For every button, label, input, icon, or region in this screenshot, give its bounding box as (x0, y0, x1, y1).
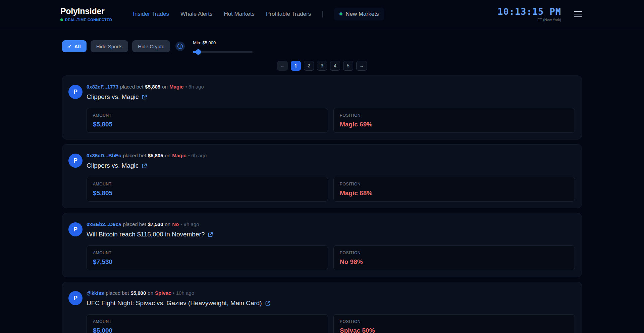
new-markets-dot-icon (339, 12, 342, 15)
nav-new-markets[interactable]: New Markets (334, 8, 384, 20)
nav-hot-markets[interactable]: Hot Markets (224, 11, 255, 17)
on-text: on (148, 290, 153, 296)
amount-box: AMOUNT $5,805 (87, 108, 328, 133)
avatar: P (68, 85, 83, 99)
trader-address-link[interactable]: 0x82eF...1773 (87, 84, 118, 90)
external-link-icon[interactable] (208, 232, 213, 237)
page-button-5[interactable]: 5 (343, 61, 353, 71)
trades-list: P 0x82eF...1773 placed bet $5,805 on Mag… (62, 75, 582, 333)
external-link-icon[interactable] (142, 94, 147, 100)
slider-thumb[interactable] (196, 49, 201, 55)
on-text: on (165, 221, 171, 227)
market-title: Will Bitcoin reach $115,000 in November? (87, 231, 205, 238)
header: PolyInsider REAL-TIME CONNECTED Insider … (0, 0, 644, 28)
trade-timestamp: • 6h ago (188, 153, 207, 158)
filter-all-button[interactable]: ✓ All (62, 40, 87, 52)
amount-label: AMOUNT (93, 113, 322, 118)
pagination: ← 1 2 3 4 5 → (62, 61, 582, 71)
on-text: on (162, 84, 168, 90)
bet-outcome-text: Magic (172, 153, 186, 158)
connection-status-label: REAL-TIME CONNECTED (65, 18, 112, 22)
placed-bet-text: placed bet (106, 290, 129, 296)
market-title: Clippers vs. Magic (87, 162, 139, 169)
page-button-1[interactable]: 1 (291, 61, 301, 71)
amount-box: AMOUNT $5,000 (87, 314, 328, 333)
trade-timestamp: • 9h ago (180, 221, 199, 227)
trade-card: P 0x36cD...BbEc placed bet $5,805 on Mag… (62, 144, 582, 208)
pagination-next-button[interactable]: → (356, 61, 367, 71)
avatar: P (68, 154, 83, 168)
clock-time: 10:13:15 PM (497, 6, 561, 17)
min-amount-slider[interactable] (193, 49, 253, 55)
amount-label: AMOUNT (93, 319, 322, 324)
bet-outcome-text: No (172, 221, 179, 227)
trade-card: P 0x82eF...1773 placed bet $5,805 on Mag… (62, 75, 582, 140)
placed-bet-text: placed bet (123, 221, 146, 227)
trader-address-link[interactable]: 0xBEb2...D9ca (87, 221, 121, 227)
page-button-4[interactable]: 4 (330, 61, 340, 71)
bet-outcome-text: Magic (169, 84, 184, 90)
trade-card: P @kkiss placed bet $5,000 on Spivac • 1… (62, 282, 582, 333)
live-dot-icon (60, 18, 63, 21)
amount-label: AMOUNT (93, 182, 322, 186)
pagination-prev-button[interactable]: ← (277, 61, 288, 71)
trade-timestamp: • 10h ago (173, 290, 194, 296)
position-box: POSITION Magic 68% (333, 177, 575, 202)
filter-hide-crypto-button[interactable]: Hide Crypto (132, 40, 170, 52)
info-icon[interactable] (175, 42, 185, 51)
app-title: PolyInsider (60, 6, 112, 16)
amount-box: AMOUNT $5,805 (87, 177, 328, 202)
amount-label: AMOUNT (93, 251, 322, 255)
slider-track[interactable] (193, 51, 253, 53)
position-box: POSITION Magic 69% (333, 108, 575, 133)
position-box: POSITION Spivac 50% (333, 314, 575, 333)
placed-bet-text: placed bet (120, 84, 143, 90)
amount-box: AMOUNT $7,530 (87, 245, 328, 270)
amount-value: $5,805 (93, 121, 322, 128)
external-link-icon[interactable] (265, 300, 271, 306)
page-button-3[interactable]: 3 (317, 61, 327, 71)
trader-address-link[interactable]: @kkiss (87, 290, 104, 296)
filter-all-label: All (74, 44, 81, 49)
market-title: Clippers vs. Magic (87, 93, 139, 101)
connection-status: REAL-TIME CONNECTED (60, 18, 112, 22)
page-button-2[interactable]: 2 (304, 61, 314, 71)
check-icon: ✓ (68, 43, 72, 49)
main-content: ✓ All Hide Sports Hide Crypto Min: $5,00… (62, 28, 582, 333)
nav-new-markets-label: New Markets (345, 11, 379, 17)
trader-address-link[interactable]: 0x36cD...BbEc (87, 153, 121, 158)
position-label: POSITION (340, 113, 569, 118)
nav-whale-alerts[interactable]: Whale Alerts (180, 11, 212, 17)
avatar: P (68, 222, 83, 236)
on-text: on (165, 153, 171, 158)
amount-value: $7,530 (93, 258, 322, 266)
trade-card: P 0xBEb2...D9ca placed bet $7,530 on No … (62, 213, 582, 277)
position-label: POSITION (340, 251, 569, 255)
filter-hide-sports-button[interactable]: Hide Sports (91, 40, 128, 52)
bet-amount-text: $7,530 (148, 221, 163, 227)
position-label: POSITION (340, 319, 569, 324)
clock: 10:13:15 PM ET (New York) (497, 6, 561, 22)
trade-headline: 0x36cD...BbEc placed bet $5,805 on Magic… (87, 153, 575, 158)
avatar: P (68, 291, 83, 305)
bet-amount-text: $5,805 (148, 153, 163, 158)
nav-insider-trades[interactable]: Insider Trades (133, 11, 169, 17)
logo[interactable]: PolyInsider REAL-TIME CONNECTED (60, 6, 112, 22)
market-title: UFC Fight Night: Spivac vs. Gaziev (Heav… (87, 299, 262, 307)
position-value: Spivac 50% (340, 327, 569, 333)
nav-profitable-traders[interactable]: Profitable Traders (266, 11, 311, 17)
main-nav: Insider Trades Whale Alerts Hot Markets … (133, 8, 384, 20)
position-box: POSITION No 98% (333, 245, 575, 270)
position-value: No 98% (340, 258, 569, 266)
min-amount-filter: Min: $5,000 (193, 40, 253, 55)
trade-timestamp: • 6h ago (185, 84, 204, 90)
menu-hamburger-icon[interactable] (573, 10, 584, 18)
trade-headline: 0xBEb2...D9ca placed bet $7,530 on No • … (87, 221, 575, 227)
bet-amount-text: $5,805 (145, 84, 160, 90)
filter-bar: ✓ All Hide Sports Hide Crypto Min: $5,00… (62, 40, 582, 55)
external-link-icon[interactable] (142, 163, 147, 169)
trade-headline: @kkiss placed bet $5,000 on Spivac • 10h… (87, 290, 575, 296)
position-value: Magic 69% (340, 121, 569, 128)
amount-value: $5,000 (93, 327, 322, 333)
trade-headline: 0x82eF...1773 placed bet $5,805 on Magic… (87, 84, 575, 90)
